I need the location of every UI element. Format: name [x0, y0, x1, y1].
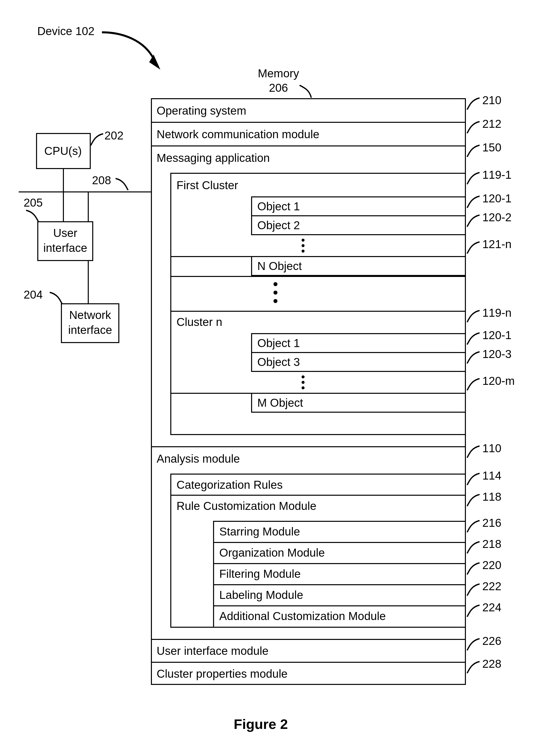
row-divider — [213, 605, 466, 606]
callout-icon — [114, 177, 129, 191]
starring-ref: 216 — [482, 517, 501, 529]
user-interface-label-1: User — [37, 227, 93, 239]
os-label: Operating system — [157, 104, 246, 117]
user-interface-module-label: User interface module — [157, 644, 269, 657]
network-interface-label-2: interface — [61, 324, 119, 336]
callout-icon — [466, 194, 481, 209]
callout-icon — [466, 143, 481, 158]
memory-ref: 206 — [251, 82, 306, 94]
organization-label: Organization Module — [219, 546, 325, 559]
net-ref: 212 — [482, 117, 501, 130]
row-divider — [151, 446, 466, 447]
cluster-properties-label: Cluster properties module — [157, 668, 288, 680]
callout-icon — [466, 377, 481, 392]
row-divider — [170, 276, 466, 277]
cpu-ref: 202 — [104, 129, 123, 142]
row-divider — [213, 521, 466, 522]
figure-caption: Figure 2 — [234, 716, 288, 732]
cn-object-1-ref: 120-1 — [482, 329, 512, 342]
object-2-label: Object 2 — [257, 219, 300, 232]
user-interface-label-2: interface — [37, 242, 93, 254]
object-2-ref: 120-2 — [482, 211, 512, 224]
first-cluster-label: First Cluster — [177, 179, 238, 192]
user-interface-module-ref: 226 — [482, 635, 501, 647]
svg-marker-0 — [149, 55, 160, 70]
callout-icon — [466, 350, 481, 365]
callout-icon — [466, 471, 481, 486]
row-divider — [151, 639, 466, 640]
network-interface-label-1: Network — [61, 309, 119, 321]
row-divider — [151, 146, 466, 147]
callout-icon — [25, 208, 40, 223]
device-label: Device 102 — [37, 25, 94, 38]
n-object-ref: 121-n — [482, 238, 512, 250]
ellipsis-icon — [302, 239, 305, 252]
ellipsis-icon — [302, 376, 305, 389]
rule-custom-label: Rule Customization Module — [177, 500, 317, 512]
bus-ref: 208 — [92, 174, 111, 187]
callout-icon — [466, 119, 481, 135]
organization-ref: 218 — [482, 538, 501, 550]
callout-icon — [466, 240, 481, 255]
cluster-properties-ref: 228 — [482, 658, 501, 670]
cat-rules-label: Categorization Rules — [177, 478, 283, 491]
callout-icon — [466, 171, 481, 185]
row-divider — [151, 662, 466, 663]
callout-icon — [466, 444, 481, 459]
rule-custom-ref: 118 — [482, 490, 501, 503]
cn-object-3-ref: 120-3 — [482, 348, 512, 360]
m-object-ref: 120-m — [482, 375, 515, 387]
cn-object-3-label: Object 3 — [257, 356, 300, 368]
callout-icon — [49, 290, 63, 305]
filtering-label: Filtering Module — [219, 568, 301, 580]
callout-icon — [466, 660, 481, 674]
callout-icon — [89, 132, 104, 147]
analysis-module-label: Analysis module — [157, 452, 240, 465]
first-cluster-ref: 119-1 — [482, 169, 512, 181]
starring-label: Starring Module — [219, 525, 300, 538]
callout-icon — [298, 84, 313, 99]
msg-label: Messaging application — [157, 152, 270, 164]
object-1-ref: 120-1 — [482, 192, 512, 205]
filtering-ref: 220 — [482, 559, 501, 572]
user-interface-ref: 205 — [24, 196, 43, 209]
additional-custom-label: Additional Customization Module — [219, 610, 386, 622]
callout-icon — [466, 492, 481, 508]
msg-ref: 150 — [482, 141, 501, 154]
object-1-label: Object 1 — [257, 200, 300, 213]
connector-line — [63, 169, 64, 191]
connector-line — [63, 191, 64, 221]
labeling-ref: 222 — [482, 580, 501, 593]
os-ref: 210 — [482, 94, 501, 107]
row-divider — [213, 563, 466, 564]
memory-label: Memory — [251, 67, 306, 80]
callout-icon — [466, 309, 481, 323]
callout-icon — [466, 582, 481, 597]
network-interface-ref: 204 — [24, 288, 43, 301]
cpu-label: CPU(s) — [44, 145, 82, 157]
net-label: Network communication module — [157, 128, 319, 141]
cluster-n-ref: 119-n — [482, 307, 512, 319]
row-divider — [170, 311, 466, 312]
callout-icon — [466, 331, 481, 346]
cat-rules-ref: 114 — [482, 469, 501, 482]
ellipsis-icon — [274, 282, 278, 303]
cluster-n-label: Cluster n — [177, 316, 222, 328]
callout-icon — [466, 637, 481, 652]
callout-icon — [466, 213, 481, 228]
m-object-label: M Object — [257, 397, 303, 409]
callout-icon — [466, 519, 481, 534]
callout-icon — [466, 603, 481, 618]
diagram-canvas: Device 102 CPU(s) 202 208 User interface… — [0, 0, 536, 756]
analysis-module-ref: 110 — [482, 442, 501, 455]
n-object-label: N Object — [257, 260, 302, 273]
callout-icon — [466, 561, 481, 576]
additional-custom-ref: 224 — [482, 601, 501, 614]
row-divider — [170, 495, 466, 496]
device-arrow-icon — [99, 25, 164, 75]
row-divider — [213, 542, 466, 543]
callout-icon — [466, 96, 481, 111]
labeling-label: Labeling Module — [219, 589, 303, 601]
callout-icon — [466, 540, 481, 555]
row-divider — [151, 122, 466, 123]
